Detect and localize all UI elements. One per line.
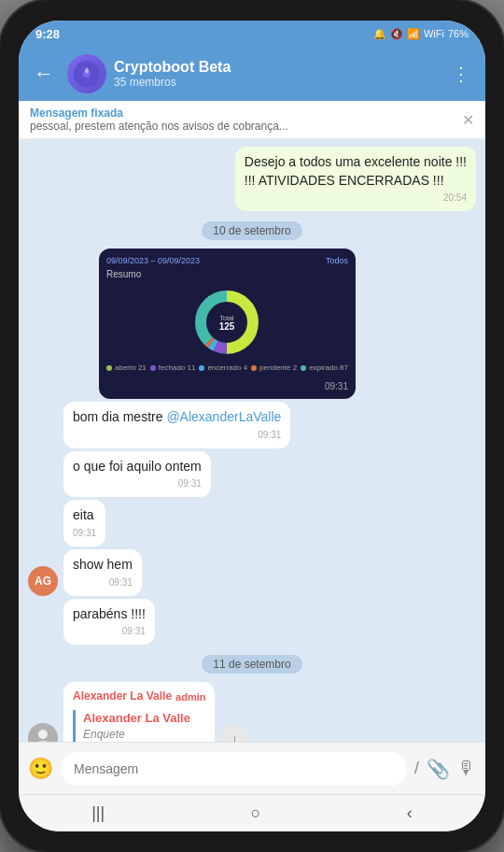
message-text: o que foi aquilo ontem	[73, 459, 202, 474]
message-text: eita	[73, 507, 94, 522]
sender-name: Alexander La Valle	[73, 689, 172, 704]
legend-item: aberto 21	[106, 363, 147, 372]
message-bubble: Desejo a todos uma excelente noite !!! !…	[235, 147, 476, 211]
message-input[interactable]	[61, 752, 407, 786]
group-name: Cryptoboot Beta	[114, 59, 439, 76]
chat-area: Desejo a todos uma excelente noite !!! !…	[19, 139, 485, 742]
nav-bar: ||| ○ ‹	[19, 794, 485, 831]
message-time: 09:31	[73, 527, 96, 540]
emoji-button[interactable]: 🙂	[28, 757, 53, 781]
legend-dot	[301, 365, 306, 371]
legend-dot	[199, 365, 204, 371]
message-bubble: show hem 09:31	[63, 549, 142, 596]
microphone-button[interactable]: 🎙	[457, 758, 476, 779]
group-avatar	[67, 54, 106, 93]
message-row: Alexander La Valle admin Alexander La Va…	[28, 682, 476, 742]
user-avatar-ag: AG	[28, 566, 58, 596]
chart-header: 09/09/2023 – 09/09/2023 Todos	[106, 256, 348, 265]
message-subtext: !!! ATIVIDADES ENCERRADAS !!!	[245, 172, 467, 191]
legend-label: fechado 11	[159, 363, 196, 372]
legend-dot	[106, 365, 112, 371]
message-text: bom dia mestre	[73, 409, 166, 424]
legend-item: fechado 11	[150, 363, 196, 372]
legend-label: aberto 21	[115, 363, 147, 372]
pinned-close-button[interactable]: ✕	[462, 111, 474, 129]
message-bubble: bom dia mestre @AlexanderLaValle 09:31	[63, 402, 290, 448]
signal-icon: 📶	[407, 28, 420, 40]
member-count: 35 membros	[114, 76, 439, 89]
nav-home-button[interactable]: ○	[251, 803, 261, 823]
chart-inner: 09/09/2023 – 09/09/2023 Todos Resumo	[106, 256, 348, 377]
phone-frame: 9:28 🔔 🔇 📶 WiFi 76% ←	[0, 0, 504, 852]
status-icons: 🔔 🔇 📶 WiFi 76%	[373, 28, 469, 40]
wifi-icon: WiFi	[424, 28, 444, 39]
input-bar: 🙂 / 📎 🎙	[19, 742, 485, 794]
chart-tabs: Todos	[326, 256, 348, 265]
message-time: 20:54	[245, 192, 467, 205]
legend-label: pendente 2	[259, 363, 297, 372]
header-info: Cryptoboot Beta 35 membros	[114, 59, 439, 89]
message-text: Desejo a todos uma excelente noite !!!	[245, 153, 467, 172]
message-row: o que foi aquilo ontem 09:31	[28, 451, 476, 498]
svg-point-10	[38, 730, 48, 739]
legend-label: expirado 87	[309, 363, 348, 372]
message-text: show hem	[73, 557, 133, 572]
chat-header: ← Cryptoboot Beta 35 membros ⋮	[19, 47, 485, 101]
attach-button[interactable]: 📎	[427, 758, 450, 780]
nav-back-button[interactable]: |||	[91, 803, 105, 823]
volume-icon: 🔇	[390, 28, 403, 40]
message-bubble: o que foi aquilo ontem 09:31	[63, 451, 211, 498]
donut-chart: Total 125	[106, 285, 348, 360]
phone-screen: 9:28 🔔 🔇 📶 WiFi 76% ←	[19, 21, 485, 831]
chart-bubble: 09/09/2023 – 09/09/2023 Todos Resumo	[99, 248, 356, 399]
legend-item: pendente 2	[251, 363, 297, 372]
message-time: 09:31	[73, 576, 133, 589]
notification-icon: 🔔	[373, 28, 386, 40]
pinned-content: Mensagem fixada pessoal, prestem atenção…	[30, 106, 288, 133]
back-button[interactable]: ←	[28, 58, 60, 90]
message-bubble: Alexander La Valle admin Alexander La Va…	[63, 682, 215, 742]
message-row: Desejo a todos uma excelente noite !!! !…	[28, 147, 476, 211]
legend-label: encerrado 4	[207, 363, 247, 372]
reply-sender-name: Alexander La Valle	[83, 710, 205, 727]
date-label: 11 de setembro	[202, 655, 301, 674]
chart-section-title: Resumo	[106, 269, 348, 279]
svg-text:125: 125	[219, 321, 235, 332]
message-row: eita 09:31	[28, 500, 476, 547]
pinned-label: Mensagem fixada	[30, 106, 288, 120]
admin-badge: admin	[175, 690, 205, 704]
scroll-down-button[interactable]: ↓	[220, 725, 248, 742]
legend-item: expirado 87	[301, 363, 348, 372]
pinned-text: pessoal, prestem atenção nos avisos de c…	[30, 120, 288, 133]
date-divider: 10 de setembro	[28, 221, 476, 238]
chart-date-range: 09/09/2023 – 09/09/2023	[106, 256, 200, 265]
legend-dot	[150, 365, 156, 371]
mention-link[interactable]: @AlexanderLaValle	[166, 409, 281, 424]
legend-item: encerrado 4	[199, 363, 247, 372]
chart-legend: aberto 21 fechado 11 encerrado 4	[106, 363, 348, 372]
nav-recent-button[interactable]: ‹	[407, 803, 413, 823]
date-label: 10 de setembro	[202, 221, 301, 240]
chart-message-row: 09/09/2023 – 09/09/2023 Todos Resumo	[28, 248, 476, 399]
command-button[interactable]: /	[414, 759, 419, 778]
message-row: bom dia mestre @AlexanderLaValle 09:31	[28, 402, 476, 448]
more-options-button[interactable]: ⋮	[446, 59, 476, 89]
message-bubble: eita 09:31	[63, 500, 105, 547]
pinned-message-bar[interactable]: Mensagem fixada pessoal, prestem atenção…	[19, 101, 485, 139]
message-row: parabéns !!!! 09:31	[28, 599, 476, 646]
user-avatar-alexander	[28, 723, 58, 742]
message-bubble: parabéns !!!! 09:31	[63, 599, 155, 646]
battery-icon: 76%	[448, 28, 469, 39]
message-time: 09:31	[73, 625, 146, 638]
group-logo	[74, 61, 100, 87]
status-bar: 9:28 🔔 🔇 📶 WiFi 76%	[19, 21, 485, 47]
message-time: 09:31	[73, 429, 281, 442]
date-divider: 11 de setembro	[28, 655, 476, 672]
reply-content-type: Enquete	[83, 727, 205, 742]
status-time: 9:28	[35, 27, 60, 41]
svg-text:Total: Total	[220, 315, 234, 321]
reply-card: Alexander La Valle Enquete	[73, 710, 205, 742]
message-time: 09:31	[73, 477, 202, 490]
message-row: AG show hem 09:31	[28, 549, 476, 596]
message-text: parabéns !!!!	[73, 606, 146, 621]
